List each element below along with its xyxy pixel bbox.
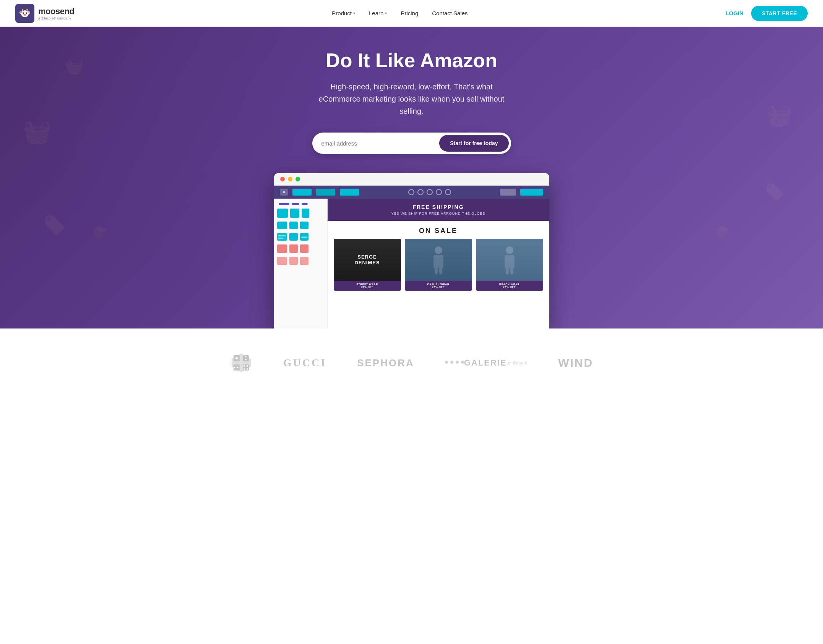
template-block-2a	[277, 222, 287, 229]
svg-point-4	[20, 12, 22, 13]
toolbar-icons	[408, 189, 451, 195]
product-arrow-icon: ▾	[353, 11, 355, 15]
nav-pricing-link[interactable]: Pricing	[401, 10, 418, 16]
nav-learn-link[interactable]: Learn ▾	[369, 10, 387, 16]
navbar: moosend a Sitecore® company Product ▾ Le…	[0, 0, 823, 27]
toolbar-circle-icon-4	[436, 189, 442, 195]
svg-point-28	[234, 367, 235, 368]
bg-box-left-icon: 📦	[92, 225, 109, 241]
brands-section: GUCCI SEPHORA GALERIE de Beauté WIND	[0, 328, 823, 397]
template-row-1[interactable]	[277, 209, 324, 218]
email-banner-title: FREE SHIPPING	[335, 204, 542, 210]
learn-arrow-icon: ▾	[385, 11, 387, 15]
brand-dominos	[230, 351, 253, 374]
svg-rect-18	[505, 255, 515, 269]
product-text-1: SERGEDENIMES	[354, 254, 380, 266]
svg-point-11	[24, 15, 25, 15]
svg-point-8	[23, 12, 24, 13]
email-product-3: BEACH WEAR 25% OFF	[476, 239, 543, 291]
browser-toolbar: ✕	[274, 186, 549, 199]
template-block-4c	[300, 244, 308, 253]
galerie-dot-3	[456, 361, 459, 364]
svg-point-1	[21, 10, 29, 17]
template-line-1	[279, 203, 289, 205]
email-input[interactable]	[321, 140, 440, 147]
toolbar-tab-3[interactable]	[340, 189, 359, 196]
svg-rect-19	[506, 269, 509, 274]
email-product-1: SERGEDENIMES STREET WEAR 25% OFF	[334, 239, 401, 291]
template-block-5b	[289, 257, 298, 265]
bg-basket-left-icon: 🧺	[23, 118, 52, 146]
toolbar-rect-1	[500, 189, 516, 196]
hero-title: Do It Like Amazon	[312, 50, 511, 71]
template-block-1a	[277, 209, 288, 218]
person-silhouette-2	[429, 244, 448, 275]
logo-icon	[15, 4, 34, 23]
svg-point-32	[243, 368, 245, 370]
brand-wind: WIND	[558, 356, 593, 369]
logo[interactable]: moosend a Sitecore® company	[15, 4, 74, 23]
template-line-3	[302, 203, 308, 205]
brand-sephora: SEPHORA	[357, 357, 414, 369]
template-block-1b	[290, 209, 299, 218]
svg-point-17	[506, 246, 513, 254]
email-preview: FREE SHIPPING YES WE SHIP FOR FREE ARROU…	[328, 199, 549, 328]
toolbar-circle-icon-5	[445, 189, 451, 195]
toolbar-circle-icon-2	[417, 189, 424, 195]
svg-rect-16	[439, 269, 442, 274]
logo-sub: a Sitecore® company	[38, 16, 74, 20]
template-block-1c	[302, 209, 309, 218]
toolbar-tab-1[interactable]	[292, 189, 312, 196]
svg-point-31	[247, 365, 248, 367]
browser-body: FREE SHIPPING YES WE SHIP FOR FREE ARROU…	[274, 199, 549, 328]
svg-point-30	[243, 365, 245, 367]
start-free-hero-button[interactable]: Start for free today	[439, 135, 508, 152]
template-row-3[interactable]	[277, 233, 324, 241]
bg-tag-right-icon: 🏷️	[761, 180, 785, 202]
browser-dot-green	[295, 177, 300, 181]
template-block-5a	[277, 257, 287, 265]
hero-subtitle: High-speed, high-reward, low-effort. Tha…	[312, 81, 511, 117]
toolbar-rect-2	[520, 189, 543, 196]
hero-content: Do It Like Amazon High-speed, high-rewar…	[312, 50, 511, 173]
svg-point-26	[245, 356, 247, 357]
svg-point-13	[435, 246, 442, 254]
nav-product-link[interactable]: Product ▾	[332, 10, 355, 16]
brand-gucci-text: GUCCI	[283, 357, 326, 369]
svg-point-25	[235, 357, 238, 359]
svg-rect-20	[510, 269, 513, 274]
login-button[interactable]: LOGIN	[726, 10, 744, 16]
svg-point-7	[26, 12, 27, 14]
template-panel	[274, 199, 328, 328]
product-label-1: STREET WEAR 25% OFF	[334, 281, 401, 291]
template-row-4[interactable]	[277, 244, 324, 253]
template-block-4a	[277, 244, 287, 253]
svg-rect-24	[243, 364, 249, 371]
template-row-5[interactable]	[277, 257, 324, 265]
product-label-3: BEACH WEAR 25% OFF	[476, 281, 543, 291]
bg-basket-topleft-icon: 🧺	[65, 57, 84, 75]
template-row-2[interactable]	[277, 222, 324, 229]
toolbar-tab-2[interactable]	[316, 189, 335, 196]
person-silhouette-3	[500, 244, 519, 275]
svg-point-5	[28, 12, 30, 13]
galerie-dot-4	[461, 361, 464, 364]
svg-point-9	[26, 12, 27, 13]
product-img-2	[405, 239, 472, 281]
brand-sephora-text: SEPHORA	[357, 357, 414, 369]
nav-contact-link[interactable]: Contact Sales	[432, 10, 468, 16]
browser-dot-yellow	[288, 177, 292, 181]
galerie-dots	[445, 361, 464, 364]
toolbar-circle-icon-1	[408, 189, 414, 195]
nav-links: Product ▾ Learn ▾ Pricing Contact Sales	[332, 10, 468, 16]
toolbar-close-button[interactable]: ✕	[280, 189, 288, 196]
svg-point-33	[247, 368, 248, 370]
template-block-2b	[289, 222, 298, 229]
bg-tag-left-icon: 🏷️	[38, 210, 67, 237]
start-free-nav-button[interactable]: START FREE	[751, 6, 808, 21]
product-img-3	[476, 239, 543, 281]
browser-dot-red	[280, 177, 285, 181]
logo-text: moosend a Sitecore® company	[38, 6, 74, 20]
svg-point-6	[23, 12, 24, 14]
dominos-logo-icon	[230, 351, 253, 374]
